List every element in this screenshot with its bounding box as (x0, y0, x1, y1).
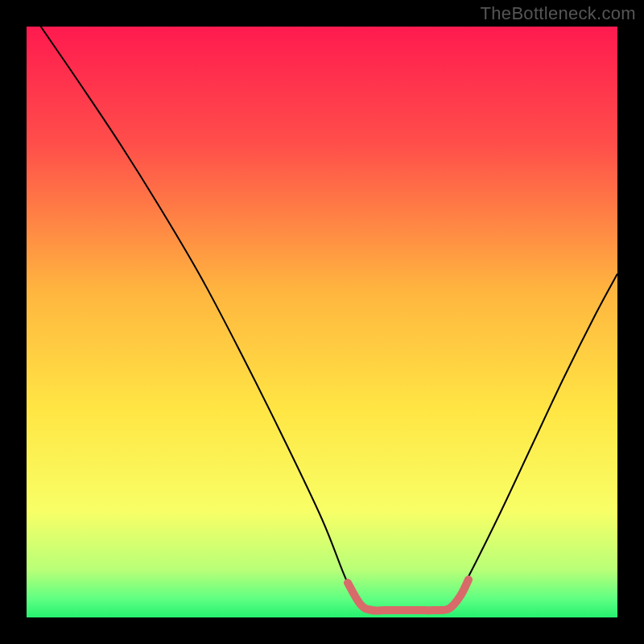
watermark-text: TheBottleneck.com (481, 3, 636, 24)
bottleneck-chart (0, 0, 644, 644)
chart-frame: TheBottleneck.com (0, 0, 644, 644)
plot-background (27, 27, 617, 617)
